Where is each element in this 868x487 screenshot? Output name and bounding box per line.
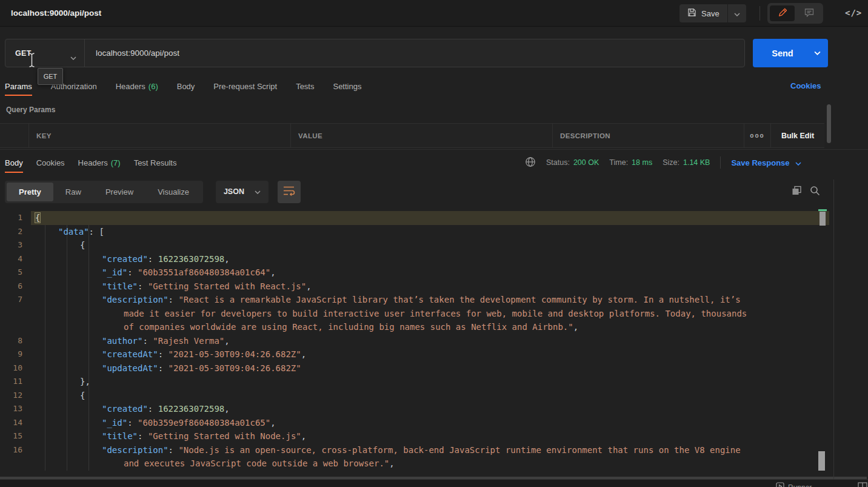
send-options-button[interactable] — [806, 51, 828, 55]
code-line: 12{ — [0, 389, 829, 403]
line-number: 5 — [0, 266, 31, 280]
runner-label: Runner — [788, 483, 812, 487]
response-headers-count-badge: (7) — [111, 158, 121, 167]
right-panel-divider — [833, 180, 834, 479]
pencil-icon — [778, 8, 787, 19]
line-number: 4 — [0, 252, 31, 266]
wrap-text-button[interactable] — [278, 181, 301, 203]
tab-tests[interactable]: Tests — [296, 77, 314, 96]
network-globe-icon[interactable] — [525, 156, 536, 169]
save-response-button[interactable]: Save Response — [731, 158, 801, 167]
edit-comment-toggle-group — [767, 3, 823, 24]
send-button[interactable]: Send — [753, 39, 828, 67]
save-options-button[interactable] — [728, 4, 746, 22]
bottom-status-bar: Runner — [0, 479, 868, 487]
url-input[interactable]: localhost:9000/api/post — [85, 39, 744, 67]
format-dropdown[interactable]: JSON — [216, 181, 269, 203]
view-raw[interactable]: Raw — [53, 183, 93, 201]
text-cursor-ibeam — [28, 52, 36, 70]
code-lines: 1{2"data": [3{4"created": 1622363072598,… — [0, 211, 829, 471]
copy-icon[interactable] — [792, 186, 802, 198]
bulk-edit-button[interactable]: Bulk Edit — [771, 124, 824, 147]
code-line: 15"title": "Getting Started with Node.js… — [0, 429, 829, 443]
response-tab-headers[interactable]: Headers(7) — [78, 152, 121, 173]
floppy-icon — [687, 8, 696, 19]
runner-button[interactable]: Runner — [776, 482, 812, 487]
tab-body[interactable]: Body — [177, 77, 195, 96]
panes-button[interactable] — [858, 482, 867, 487]
tab-params[interactable]: Params — [5, 77, 32, 96]
request-title: localhost:9000/api/post — [11, 8, 101, 18]
line-number: 13 — [0, 402, 31, 416]
top-bar: localhost:9000/api/post Save — [0, 0, 868, 27]
tab-pre-request-script[interactable]: Pre-request Script — [213, 77, 277, 96]
scroll-search-marker — [818, 209, 827, 211]
response-view-toolbar: Pretty Raw Preview Visualize JSON — [5, 180, 301, 203]
meta-divider — [720, 156, 721, 169]
chevron-down-icon — [255, 187, 261, 196]
code-line: 1{ — [0, 211, 829, 225]
wrap-text-icon — [283, 186, 295, 198]
search-icon[interactable] — [810, 186, 820, 198]
comment-icon — [804, 8, 814, 19]
view-pretty[interactable]: Pretty — [7, 183, 53, 201]
line-number: 8 — [0, 334, 31, 348]
cookies-link[interactable]: Cookies — [790, 81, 821, 90]
chevron-down-icon — [734, 8, 740, 19]
response-tabs: Body Cookies Headers(7) Test Results — [5, 152, 176, 173]
save-button-group: Save — [679, 4, 746, 22]
response-meta: Status: 200 OK Time: 18 ms Size: 1.14 KB… — [525, 152, 801, 173]
line-number: 9 — [0, 348, 31, 361]
code-line: 14"_id": "60b359e9f860480384a01c65", — [0, 416, 829, 430]
code-line: 5"_id": "60b3551af860480384a01c64", — [0, 266, 829, 280]
save-button-label: Save — [701, 9, 719, 18]
response-tab-body[interactable]: Body — [5, 152, 23, 173]
code-scrollbar-thumb[interactable] — [818, 451, 825, 471]
code-scrollbar-annotation-thumb[interactable] — [820, 212, 826, 226]
line-number: 15 — [0, 429, 31, 443]
code-line: 9"createdAt": "2021-05-30T09:04:26.682Z"… — [0, 348, 829, 361]
line-number — [0, 307, 31, 321]
code-line: 6"title": "Getting Started with React.js… — [0, 280, 829, 294]
chevron-down-icon — [70, 52, 76, 62]
line-number: 6 — [0, 280, 31, 294]
tab-headers[interactable]: Headers(6) — [116, 77, 158, 96]
code-line: 2"data": [ — [0, 225, 829, 239]
line-number — [0, 457, 31, 471]
params-description-header[interactable]: DESCRIPTION — [553, 124, 744, 147]
method-dropdown[interactable]: GET — [5, 39, 85, 67]
response-tab-test-results[interactable]: Test Results — [134, 152, 177, 173]
view-preview[interactable]: Preview — [93, 183, 145, 201]
chevron-down-icon — [795, 158, 801, 167]
comments-button[interactable] — [795, 8, 823, 19]
params-value-header[interactable]: VALUE — [291, 124, 553, 147]
line-number: 16 — [0, 443, 31, 457]
line-number: 7 — [0, 293, 31, 307]
params-scrollbar-thumb[interactable] — [827, 104, 831, 143]
save-button[interactable]: Save — [679, 4, 727, 22]
status-badge: Status: 200 OK — [546, 158, 599, 167]
size-badge: Size: 1.14 KB — [663, 158, 710, 167]
code-line: and executes JavaScript code outside a w… — [0, 457, 829, 471]
request-url-bar: GET localhost:9000/api/post — [5, 39, 745, 67]
code-line: 10"updatedAt": "2021-05-30T09:04:26.682Z… — [0, 361, 829, 375]
tab-settings[interactable]: Settings — [333, 77, 361, 96]
code-line: 4"created": 1622363072598, — [0, 252, 829, 266]
params-key-header[interactable]: KEY — [29, 124, 291, 147]
time-badge: Time: 18 ms — [609, 158, 652, 167]
code-line: 11}, — [0, 375, 829, 389]
response-body-json[interactable]: 1{2"data": [3{4"created": 1622363072598,… — [0, 211, 829, 477]
format-value: JSON — [224, 187, 244, 196]
line-number: 14 — [0, 416, 31, 430]
code-snippet-toggle[interactable]: </> — [845, 8, 862, 18]
headers-count-badge: (6) — [149, 82, 158, 91]
line-number: 2 — [0, 225, 31, 239]
response-body-actions — [792, 186, 820, 198]
view-visualize[interactable]: Visualize — [145, 183, 201, 201]
response-tab-cookies[interactable]: Cookies — [36, 152, 65, 173]
edit-mode-button[interactable] — [770, 5, 795, 21]
line-number: 12 — [0, 389, 31, 403]
split-panes-icon — [858, 482, 867, 487]
code-line: 3{ — [0, 238, 829, 252]
params-more-menu-icon[interactable]: ooo — [744, 124, 771, 147]
